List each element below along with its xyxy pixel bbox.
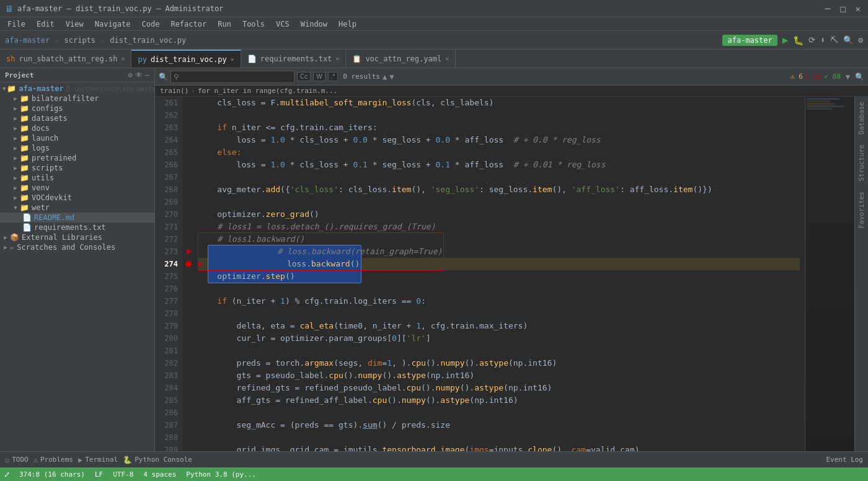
tree-item-datasets[interactable]: ▶ 📁 datasets [0, 113, 154, 123]
search-prev-button[interactable]: ▲ [383, 73, 387, 81]
menu-navigate[interactable]: Navigate [90, 19, 136, 30]
run-button[interactable]: ▶ [782, 34, 789, 46]
minimap[interactable] [805, 97, 854, 451]
tree-item-venv[interactable]: ▶ 📁 venv [0, 183, 154, 193]
menu-refactor[interactable]: Refactor [166, 19, 211, 30]
toolbar-project[interactable]: afa-master [5, 36, 50, 45]
filter-icon[interactable]: ▼ [846, 73, 850, 81]
menu-code[interactable]: Code [137, 19, 165, 30]
tab-icon-py: py [138, 55, 146, 64]
toolbar-icon1[interactable]: ⟳ [808, 35, 815, 45]
menu-view[interactable]: View [61, 19, 89, 30]
tab-dist-train[interactable]: py dist_train_voc.py ✕ [131, 50, 241, 68]
tree-item-configs[interactable]: ▶ 📁 configs [0, 104, 154, 113]
close-button[interactable]: ✕ [853, 4, 863, 14]
sidebar-icon-gear[interactable]: ⚙ [128, 71, 133, 79]
tree-item-requirements[interactable]: 📄 requirements.txt [0, 223, 154, 232]
tree-item-utils[interactable]: ▶ 📁 utils [0, 173, 154, 183]
tab-close-2[interactable]: ✕ [335, 55, 339, 62]
tree-item-pretrained[interactable]: ▶ 📁 pretrained [0, 153, 154, 163]
toolbar-icon4[interactable]: 🔍 [843, 35, 853, 45]
chevron-datasets: ▶ [12, 115, 19, 121]
database-tab[interactable]: Database [856, 99, 867, 137]
inspection-icon[interactable]: 🔍 [855, 73, 864, 81]
code-line-285: aff_gts = refined_aff_label.cpu().numpy(… [198, 394, 800, 407]
tree-item-bilateralfilter[interactable]: ▶ 📁 bilateralfilter [0, 94, 154, 104]
tab-run-sbatch[interactable]: sh run_sbatch_attn_reg.sh ✕ [0, 50, 131, 68]
folder-icon-logs: 📁 [20, 144, 29, 152]
todo-tab[interactable]: ☑ TODO [5, 456, 29, 464]
status-indent[interactable]: 4 spaces [143, 470, 176, 479]
terminal-tab[interactable]: ▶ Terminal [78, 456, 118, 464]
tree-item-scratches[interactable]: ▶ ✏ Scratches and Consoles [0, 242, 154, 252]
structure-tab[interactable]: Structure [856, 142, 867, 184]
debug-button[interactable]: 🐛 [793, 35, 804, 45]
folder-icon-launch: 📁 [20, 134, 29, 143]
window-controls[interactable]: ─ □ ✕ [823, 4, 863, 14]
toolbar-scripts[interactable]: scripts [64, 36, 95, 45]
settings-icon[interactable]: ⚙ [858, 35, 863, 45]
tree-item-vocdevkit[interactable]: ▶ 📁 VOCdevkit [0, 193, 154, 203]
tab-close-1[interactable]: ✕ [231, 56, 234, 63]
tab-label-0: run_sbatch_attn_reg.sh [19, 55, 117, 63]
code-line-261: cls_loss = F.multilabel_soft_margin_loss… [198, 97, 800, 109]
folder-icon-pretrained: 📁 [20, 154, 29, 162]
regex-toggle[interactable]: .* [328, 72, 339, 81]
code-line-271: # loss1 = loss.detach_().requires_grad_(… [198, 221, 800, 233]
breadcrumb-train[interactable]: train() [160, 87, 188, 95]
toolbar-file[interactable]: dist_train_voc.py [110, 36, 186, 45]
toolbar-icon3[interactable]: ⛏ [830, 35, 838, 45]
menu-tools[interactable]: Tools [237, 19, 270, 30]
menu-edit[interactable]: Edit [32, 19, 60, 30]
sidebar-icon-eye[interactable]: 👁 [135, 71, 143, 79]
tree-item-logs[interactable]: ▶ 📁 logs [0, 143, 154, 153]
status-line-ending[interactable]: LF [95, 470, 103, 479]
tree-item-wetr[interactable]: ▼ 📁 wetr [0, 203, 154, 213]
file-icon-readme: 📄 [22, 213, 32, 222]
tree-root[interactable]: ▼ 📁 afa-master D:\pythontorch\afa-master [0, 84, 154, 94]
tree-item-readme[interactable]: 📄 README.md [0, 213, 154, 223]
python-console-tab[interactable]: 🐍 Python Console [123, 456, 192, 464]
favorites-tab[interactable]: Favorites [856, 189, 867, 231]
status-python[interactable]: Python 3.8 (py... [186, 470, 256, 479]
menu-run[interactable]: Run [213, 19, 236, 30]
maximize-button[interactable]: □ [838, 4, 848, 14]
tab-close-3[interactable]: ✕ [445, 55, 449, 62]
sidebar-icon-collapse[interactable]: – [145, 71, 149, 79]
sidebar-header-icons: ⚙ 👁 – [128, 71, 149, 79]
chevron-scratches: ▶ [2, 244, 9, 250]
tab-requirements[interactable]: 📄 requirements.txt ✕ [241, 50, 347, 68]
tree-item-external-libraries[interactable]: ▶ 📦 External Libraries [0, 232, 154, 242]
file-icon-requirements: 📄 [22, 223, 32, 232]
tree-item-docs[interactable]: ▶ 📁 docs [0, 123, 154, 133]
bottom-area: ☑ TODO ⚠ Problems ▶ Terminal 🐍 Python Co… [0, 451, 868, 481]
tree-item-scripts[interactable]: ▶ 📁 scripts [0, 163, 154, 173]
tab-voc-attn[interactable]: 📋 voc_attn_reg.yaml ✕ [346, 50, 456, 68]
search-input[interactable] [170, 71, 294, 83]
code-content[interactable]: cls_loss = F.multilabel_soft_margin_loss… [193, 97, 805, 451]
whole-word-toggle[interactable]: W [313, 72, 325, 81]
chevron-external: ▶ [2, 234, 9, 240]
code-line-264: loss = 1.0 * cls_loss + 0.0 * seg_loss +… [198, 134, 800, 146]
tree-item-launch[interactable]: ▶ 📁 launch [0, 133, 154, 143]
run-config-dropdown[interactable]: afa-master [722, 35, 777, 46]
toolbar-icon2[interactable]: ⬇ [820, 35, 825, 45]
folder-icon-bilateralfilter: 📁 [20, 94, 29, 103]
menu-file[interactable]: File [2, 19, 30, 30]
menu-help[interactable]: Help [334, 19, 361, 30]
status-position[interactable]: 374:8 (16 chars) [19, 470, 85, 479]
breadcrumb-sep: › [191, 87, 195, 95]
code-line-287: seg_mAcc = (preds == gts).sum() / preds.… [198, 419, 800, 431]
case-sensitive-toggle[interactable]: Cc [297, 72, 311, 81]
python-console-icon: 🐍 [123, 456, 132, 464]
git-branch-icon: ⑇ [5, 470, 9, 479]
minimize-button[interactable]: ─ [823, 4, 833, 14]
search-next-button[interactable]: ▼ [389, 73, 394, 81]
menu-window[interactable]: Window [296, 19, 332, 30]
tab-close-0[interactable]: ✕ [121, 55, 125, 62]
status-encoding[interactable]: UTF-8 [113, 470, 133, 479]
menu-vcs[interactable]: VCS [271, 19, 294, 30]
event-log-tab[interactable]: Event Log [826, 456, 863, 464]
problems-tab[interactable]: ⚠ Problems [33, 456, 73, 464]
breadcrumb-for[interactable]: for n_iter in range(cfg.train.m... [198, 87, 337, 95]
